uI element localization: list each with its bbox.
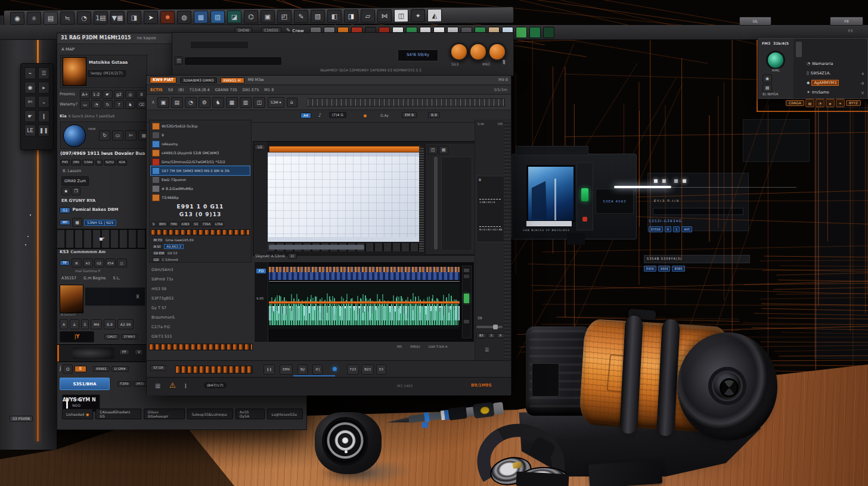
side-icon[interactable]: ◉ (762, 74, 772, 83)
footer-icon-button[interactable]: ◈ (826, 99, 835, 107)
mini-window-icon[interactable]: ❐ (72, 187, 80, 195)
tool-dropdown[interactable]: S3M ▾ (268, 97, 284, 108)
shelf-tile-button[interactable] (543, 27, 554, 38)
chevron-icon[interactable]: 4 (861, 71, 864, 76)
gem-preview[interactable] (766, 51, 785, 70)
power-led-green[interactable] (581, 188, 588, 201)
lower-item[interactable]: S9Pm9 73x (149, 275, 252, 284)
footer-button[interactable]: AuS5 OySA (235, 409, 265, 419)
outliner-item[interactable]: ◆ AgAMMYM3 -9 (804, 78, 866, 88)
menu-item[interactable]: S9 (168, 88, 173, 92)
editor-tool-button[interactable]: ◔ (185, 97, 197, 108)
footer-button[interactable]: SateapSS&Lutreqsa (187, 409, 232, 419)
toolbar-icon-button[interactable]: ▨ (210, 10, 225, 23)
footer-button[interactable]: Gilass DGaAaaupr (144, 409, 185, 419)
sphere-action-button[interactable]: ↻ (99, 130, 110, 141)
bottom-right-button[interactable]: E3 (376, 364, 386, 375)
option-label[interactable]: G.m Begins (83, 276, 106, 281)
property-icon-button[interactable]: g2 (114, 90, 124, 99)
mini-toggle-icon[interactable]: ▪ (61, 187, 70, 195)
menu-accent-item[interactable]: ECTIS (150, 88, 163, 92)
property-icon-button[interactable]: 8 (137, 90, 147, 99)
property-icon-button[interactable]: ◔ (91, 100, 101, 109)
property-icon-button[interactable]: A+ (80, 90, 90, 99)
palette-tool-button[interactable]: ☰ (38, 67, 49, 79)
footer-icon-button[interactable]: ▤ (805, 99, 814, 107)
editor-tool-button[interactable]: ▤ (171, 97, 183, 108)
lower-item[interactable]: Gy T S7 (149, 303, 252, 313)
sphere-action-button[interactable]: ✄ (125, 130, 137, 141)
palette-tool-button[interactable]: ☛ (24, 110, 36, 122)
editor-title-bar[interactable]: KW9 FIAT 3D9AlBM3 GMM3 KW9G1 4! M9 M3w M… (147, 76, 511, 85)
toolbar-icon-button[interactable]: ✎ (294, 10, 308, 23)
mini-toolbar-button[interactable]: S (151, 222, 156, 227)
waveform-scrollbar[interactable] (462, 266, 472, 338)
menu-item[interactable]: 713/4.(B 4 (190, 88, 210, 92)
toolbar-icon-button[interactable]: ▼▦ (110, 11, 125, 24)
waveform-below-label[interactable]: M5 (397, 345, 402, 348)
property-icon-button[interactable]: ◎ (125, 90, 135, 99)
tp-icon-button[interactable]: X54 (106, 258, 116, 267)
editor-tool-button[interactable]: ▥ (240, 97, 252, 108)
slot-icon[interactable]: ◫ (175, 57, 183, 65)
e-accent-chip[interactable]: E (75, 366, 86, 372)
menu-right-item[interactable]: 3/5/3m (494, 88, 507, 92)
subbar-pill[interactable]: (7)4 G (329, 112, 346, 118)
side-icon[interactable]: ▤ (762, 84, 772, 92)
icon-button[interactable]: A (60, 319, 68, 329)
outliner-item[interactable]: ▯ S9IS4Z1A. 4 (804, 68, 866, 78)
toolbar-icon-button[interactable]: ◨ (127, 11, 141, 24)
palette-tool-button[interactable]: ⌁ (24, 67, 36, 79)
slider-thumb[interactable] (493, 325, 498, 329)
toolbar-icon-button[interactable]: ◉ (10, 12, 24, 25)
palette-tool-button[interactable]: ▸ (38, 82, 49, 94)
toolbar-icon-button[interactable]: ▱ (361, 10, 375, 23)
lower-tick-strip[interactable] (149, 344, 253, 350)
property-icon-button[interactable]: ♞ (125, 100, 135, 109)
mini-toolbar-button[interactable]: L7A4 (213, 222, 225, 227)
property-icon-button[interactable]: ▭ (80, 100, 90, 109)
menu-lines-icon[interactable]: ☰ (485, 347, 489, 353)
sphere-action-button[interactable]: ▭ (112, 130, 123, 141)
editor-tool-button[interactable]: ▣ (157, 97, 169, 108)
rotary-knob[interactable] (450, 42, 469, 61)
waveform-display[interactable] (269, 284, 460, 329)
value-box[interactable]: P45 (60, 160, 70, 166)
property-icon-button[interactable]: ⌫ (137, 100, 147, 109)
material-thumbnail[interactable] (63, 57, 86, 86)
e-button[interactable]: U GM# (111, 366, 129, 372)
sidebar-button[interactable]: S (488, 333, 495, 338)
preset-button[interactable]: GMA9 Zum (61, 176, 89, 186)
toolbar-icon-button[interactable]: ◧ (327, 10, 342, 23)
palette-tool-button[interactable]: LE (24, 124, 36, 136)
canvas-filmstrip[interactable] (268, 243, 419, 251)
footer-left-chip[interactable]: CRAGA (786, 100, 804, 106)
material-value-field[interactable]: Iwopy (M1X/2(7) (88, 70, 126, 77)
status-pill[interactable]: (B47)'c7) (204, 382, 227, 388)
tree-item[interactable]: EwD 73psmm (151, 175, 250, 184)
footer-icon-button[interactable]: ◔ (816, 99, 824, 107)
floating-corner-button[interactable]: F8 (830, 17, 863, 26)
footer-button[interactable]: CAisaadGhasters GS (95, 409, 141, 419)
editor-tool-button[interactable]: ♞ (212, 97, 224, 108)
toolbar-icon-button[interactable]: ⍟ (27, 12, 41, 25)
property-icon-button[interactable]: 7 (114, 100, 124, 109)
chevron-icon[interactable]: -9 (860, 81, 864, 85)
bottom-button[interactable]: 8'| (312, 364, 323, 375)
y-button[interactable]: GAG? (104, 334, 119, 340)
shelf-tile-button[interactable] (529, 27, 541, 38)
toolbar-icon-button[interactable]: ◨ (344, 10, 358, 23)
palette-tool-button[interactable]: ✄ (24, 96, 36, 108)
mini-toolbar-button[interactable]: A3E3 (180, 222, 191, 227)
home-icon[interactable]: ⌂ (287, 98, 297, 107)
y-button[interactable]: D'WA3 (121, 334, 138, 340)
panel-icon[interactable]: ▤ (439, 146, 448, 154)
icon-button[interactable]: A2.99 (117, 319, 134, 329)
sidebar-slider[interactable] (476, 326, 503, 328)
toolbar-icon-button[interactable]: ✦ (411, 9, 425, 22)
secondary-button[interactable]: (M3) (133, 381, 147, 387)
property-icon-button[interactable]: 1-2 (91, 90, 101, 99)
toolbar-icon-button[interactable]: ◭ (427, 9, 442, 22)
map-thumb-icon[interactable]: ▦ (72, 218, 82, 227)
canvas-orange-header-bar[interactable] (269, 146, 420, 152)
